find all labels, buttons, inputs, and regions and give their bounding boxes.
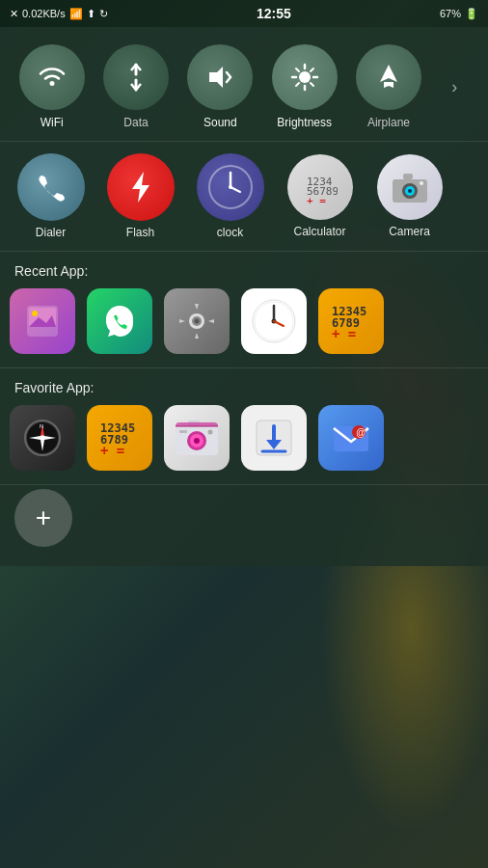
app-dialer[interactable]: Dialer <box>10 153 92 239</box>
toggle-data[interactable]: Data <box>103 44 169 129</box>
divider-1 <box>0 141 488 142</box>
clock-label: clock <box>217 226 243 239</box>
wifi-label: WiFi <box>41 116 64 129</box>
clock-icon <box>197 153 264 221</box>
toggle-wifi[interactable]: WiFi <box>19 44 85 129</box>
plus-icon: + <box>36 502 51 533</box>
quick-panel: WiFi Data Sound <box>0 27 488 566</box>
recent-apps-header: Recent App: <box>0 256 488 283</box>
svg-point-25 <box>408 189 412 193</box>
status-signal-icon: ✕ <box>10 8 18 20</box>
calculator-label: Calculator <box>293 225 345 238</box>
recent-app-calc[interactable]: 12345 6789 + = <box>318 288 384 354</box>
cam-fav-svg <box>174 417 220 459</box>
brightness-label: Brightness <box>277 116 332 129</box>
recent-app-clock[interactable] <box>241 288 307 354</box>
recent-apps-row: 12345 6789 + = <box>0 283 488 364</box>
wifi-circle <box>19 44 85 110</box>
svg-point-5 <box>299 71 311 83</box>
flash-svg <box>126 170 155 204</box>
airplane-icon <box>372 61 405 94</box>
svg-point-46 <box>40 435 45 441</box>
dialer-label: Dialer <box>36 226 66 239</box>
brightness-icon <box>288 61 321 94</box>
svg-line-11 <box>311 83 313 86</box>
fav-app-compass[interactable]: N <box>10 405 75 471</box>
divider-4 <box>0 484 488 485</box>
status-battery-pct: 67% <box>440 8 461 19</box>
clock-svg <box>206 163 255 211</box>
status-left: ✕ 0.02KB/s 📶 ⬆ ↻ <box>10 8 108 20</box>
brightness-circle <box>272 44 338 110</box>
status-time: 12:55 <box>257 6 291 21</box>
toggle-sound[interactable]: Sound <box>187 44 253 129</box>
svg-line-10 <box>296 68 299 71</box>
add-favorite-button[interactable]: + <box>14 489 72 547</box>
camera-icon <box>377 154 443 220</box>
status-speed: 0.02KB/s <box>22 8 66 19</box>
flash-label: Flash <box>126 226 154 239</box>
status-wifi-icon: 📶 <box>69 8 83 20</box>
svg-point-27 <box>420 181 423 185</box>
svg-marker-14 <box>132 172 149 203</box>
svg-text:+   =: + = <box>332 326 356 341</box>
status-refresh-icon: ↻ <box>99 8 108 20</box>
status-usb-icon: ⬆ <box>87 8 95 20</box>
status-battery-icon: 🔋 <box>465 8 478 20</box>
app-camera[interactable]: Camera <box>368 154 450 238</box>
divider-2 <box>0 251 488 252</box>
svg-point-56 <box>208 430 213 435</box>
wifi-icon <box>36 61 68 94</box>
status-bar: ✕ 0.02KB/s 📶 ⬆ ↻ 12:55 67% 🔋 <box>0 0 488 27</box>
app-clock[interactable]: clock <box>189 153 271 239</box>
svg-line-12 <box>311 68 313 71</box>
sound-icon <box>203 61 236 94</box>
svg-rect-57 <box>179 430 187 433</box>
airplane-label: Airplane <box>367 116 410 129</box>
sound-label: Sound <box>203 116 237 129</box>
camera-svg <box>391 170 429 204</box>
fav-app-download[interactable] <box>241 405 307 471</box>
whatsapp-svg <box>98 300 141 342</box>
fav-app-mail[interactable]: @ <box>318 405 384 471</box>
calc-svg: 1234 56789 + = <box>303 170 338 204</box>
fav-app-camera[interactable] <box>164 405 230 471</box>
chevron-right-icon: › <box>451 77 457 97</box>
svg-line-4 <box>227 77 230 82</box>
dialer-icon <box>17 153 85 221</box>
favorite-apps-row: N 12345 6789 + = <box>0 399 488 480</box>
data-icon <box>122 61 150 94</box>
clock-sq-svg <box>247 294 301 348</box>
gallery-svg <box>23 302 62 340</box>
phone-svg <box>34 170 68 204</box>
mail-svg: @ <box>330 417 372 459</box>
toggle-airplane[interactable]: Airplane <box>356 44 421 129</box>
recent-app-gallery[interactable] <box>10 288 75 354</box>
status-right: 67% 🔋 <box>440 8 478 20</box>
toggle-brightness[interactable]: Brightness <box>272 44 338 129</box>
favorite-apps-header: Favorite App: <box>0 372 488 399</box>
camera-label: Camera <box>389 225 430 238</box>
svg-point-30 <box>32 311 38 316</box>
data-label: Data <box>123 116 148 129</box>
flash-icon <box>107 153 175 221</box>
toggle-row: WiFi Data Sound <box>0 37 488 137</box>
calc-sq-svg: 12345 6789 + = <box>330 300 372 342</box>
fav-app-calc[interactable]: 12345 6789 + = <box>87 405 152 471</box>
sound-circle <box>187 44 253 110</box>
svg-text:N: N <box>40 423 43 429</box>
apps-row: Dialer Flash clock <box>0 146 488 247</box>
download-svg <box>253 417 295 459</box>
svg-line-13 <box>296 83 299 86</box>
app-flash[interactable]: Flash <box>99 153 181 239</box>
recent-app-settings[interactable] <box>164 288 230 354</box>
compass-svg: N <box>21 417 64 459</box>
svg-point-35 <box>195 319 200 324</box>
recent-app-whatsapp[interactable] <box>87 288 152 354</box>
svg-text:+   =: + = <box>100 443 124 458</box>
app-calculator[interactable]: 1234 56789 + = Calculator <box>279 154 361 238</box>
chevron-right-button[interactable]: › <box>440 54 469 120</box>
calc-fav-svg: 12345 6789 + = <box>98 417 141 459</box>
calculator-icon: 1234 56789 + = <box>287 154 353 220</box>
data-circle <box>103 44 169 110</box>
